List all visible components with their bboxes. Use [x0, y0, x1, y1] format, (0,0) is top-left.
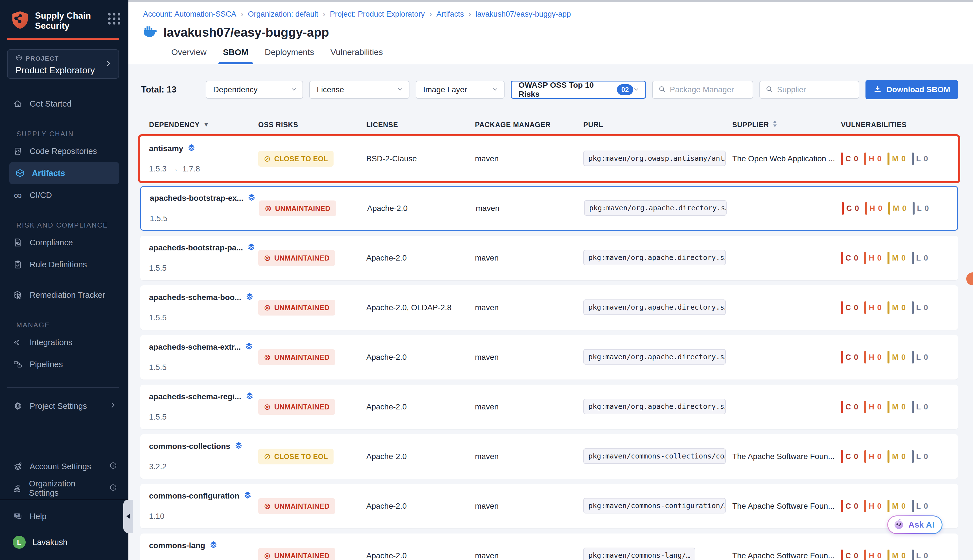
breadcrumb-project[interactable]: Project: Product Exploratory [330, 10, 425, 18]
svg-text:?: ? [16, 513, 18, 517]
sort-updown-icon[interactable] [772, 120, 777, 129]
breadcrumb-account[interactable]: Account: Automation-SSCA [143, 10, 236, 18]
vuln-segment-L: L0 [912, 550, 929, 560]
ask-ai-button[interactable]: Ask AI [887, 515, 943, 534]
vulnerability-counts: C0H0M0L0 [841, 351, 949, 363]
section-risk-and-compliance: RISK AND COMPLIANCE [0, 219, 129, 232]
info-icon[interactable] [109, 483, 117, 493]
oss-risk-badge: ⊗ UNMAINTAINED [258, 300, 335, 315]
dependency-name: apacheds-bootstrap-pa... [149, 243, 243, 252]
purl-chip[interactable]: pkg:maven/commons-configuration/… [583, 498, 726, 513]
table-row[interactable]: apacheds-bootstrap-pa... 1.5.5 ⊗ UNMAINT… [140, 236, 958, 280]
table-row[interactable]: commons-collections 3.2.2 ⊘ CLOSE TO EOL… [140, 434, 958, 479]
vuln-segment-M: M0 [888, 500, 906, 512]
sbom-content: Total: 13 Dependency License Image Layer [129, 64, 973, 560]
purl-chip[interactable]: pkg:maven/org.owasp.antisamy/ant… [583, 150, 726, 166]
table-row[interactable]: commons-configuration 1.10 ⊗ UNMAINTAINE… [140, 484, 958, 528]
table-row[interactable]: apacheds-bootstrap-ex... 1.5.5 ⊗ UNMAINT… [140, 186, 958, 231]
vuln-segment-C: C0 [842, 202, 859, 215]
package-manager-value: maven [476, 204, 500, 213]
sidebar-item-project-settings[interactable]: Project Settings [0, 395, 129, 417]
app-switcher-icon[interactable] [108, 13, 120, 25]
sidebar-item-code-repositories[interactable]: Code Repositories [0, 140, 129, 162]
owasp-risks-filter-dropdown[interactable]: OWASP OSS Top 10 Risks 02 [511, 81, 646, 99]
sidebar-item-artifacts[interactable]: Artifacts [9, 162, 119, 184]
vuln-segment-C: C0 [841, 401, 859, 413]
user-name: Lavakush [32, 538, 67, 547]
tab-overview[interactable]: Overview [171, 47, 207, 64]
vuln-segment-H: H0 [865, 202, 883, 215]
package-manager-value: maven [475, 303, 499, 312]
remediation-tracker-icon [13, 290, 23, 300]
package-manager-value: maven [475, 452, 499, 461]
tab-deployments[interactable]: Deployments [265, 47, 314, 64]
breadcrumb-artifacts[interactable]: Artifacts [436, 10, 464, 18]
project-selector[interactable]: PROJECT Product Exploratory [7, 49, 119, 79]
chevron-down-icon [291, 85, 297, 94]
vuln-segment-C: C0 [841, 302, 859, 314]
package-manager-search-input[interactable] [670, 85, 747, 94]
image-layer-filter-dropdown[interactable]: Image Layer [416, 81, 505, 99]
vuln-segment-H: H0 [864, 252, 882, 264]
table-row[interactable]: apacheds-schema-regi... 1.5.5 ⊗ UNMAINTA… [140, 385, 958, 429]
vulnerability-counts: C0H0M0L0 [841, 450, 949, 463]
sidebar-item-rule-definitions[interactable]: Rule Definitions [0, 253, 129, 275]
page-title: lavakush07/easy-buggy-app [164, 25, 329, 40]
sidebar-item-organization-settings[interactable]: Organization Settings [0, 477, 129, 499]
layers-icon [245, 342, 253, 352]
purl-chip[interactable]: pkg:maven/org.apache.directory.s… [584, 200, 727, 216]
sidebar-item-compliance[interactable]: Compliance [0, 232, 129, 253]
tab-vulnerabilities[interactable]: Vulnerabilities [331, 47, 383, 64]
info-icon[interactable] [109, 462, 117, 472]
dependency-filter-dropdown[interactable]: Dependency [206, 81, 303, 99]
sidebar-collapse-handle[interactable] [123, 500, 133, 533]
vuln-segment-C: C0 [841, 351, 859, 363]
package-manager-value: maven [475, 402, 499, 411]
dependency-name: commons-collections [149, 442, 230, 451]
tab-sbom[interactable]: SBOM [223, 47, 248, 64]
breadcrumb-current[interactable]: lavakush07/easy-buggy-app [475, 10, 571, 18]
organization-settings-icon [13, 484, 22, 493]
vulnerability-counts: C0H0M0L0 [841, 500, 949, 512]
sidebar-item-help[interactable]: ? Help [0, 505, 129, 527]
table-row[interactable]: apacheds-schema-boo... 1.5.5 ⊗ UNMAINTAI… [140, 285, 958, 330]
vuln-segment-L: L0 [912, 450, 929, 463]
table-row[interactable]: commons-lang ⊗ UNMAINTAINED Apache-2.0 m… [140, 533, 958, 560]
table-row[interactable]: antisamy 1.5.3→1.7.8 ⊘ CLOSE TO EOL BSD-… [140, 137, 958, 181]
dependency-name: apacheds-schema-extr... [149, 343, 241, 352]
sidebar-item-label: Remediation Tracker [30, 290, 105, 300]
purl-chip[interactable]: pkg:maven/org.apache.directory.s… [583, 250, 726, 265]
download-sbom-button[interactable]: Download SBOM [866, 80, 958, 99]
purl-chip[interactable]: pkg:maven/org.apache.directory.s… [583, 399, 726, 414]
purl-chip[interactable]: pkg:maven/commons-lang/… [583, 548, 695, 560]
sidebar-item-get-started[interactable]: Get Started [0, 93, 129, 115]
license-filter-dropdown[interactable]: License [309, 81, 410, 99]
owasp-filter-count-badge: 02 [617, 84, 634, 95]
dependency-version: 3.2.2 [149, 462, 258, 472]
sidebar-item-cicd[interactable]: ∞ CI/CD [0, 184, 129, 206]
project-label: PROJECT [26, 55, 59, 62]
supplier-value: The Apache Software Foun... [732, 452, 835, 461]
table-row[interactable]: apacheds-schema-extr... 1.5.5 ⊗ UNMAINTA… [140, 335, 958, 380]
breadcrumb-organization[interactable]: Organization: default [248, 10, 318, 18]
purl-chip[interactable]: pkg:maven/org.apache.directory.s… [583, 300, 726, 315]
vuln-segment-M: M0 [888, 401, 906, 413]
ask-ai-label: Ask AI [908, 520, 935, 530]
dependency-name: apacheds-bootstrap-ex... [150, 194, 243, 203]
sidebar-item-remediation-tracker[interactable]: Remediation Tracker [0, 284, 129, 306]
account-settings-icon [13, 462, 23, 471]
supplier-search-input[interactable] [777, 85, 853, 94]
risk-status-icon: ⊗ [264, 303, 271, 312]
sort-desc-icon[interactable]: ▼ [203, 121, 209, 128]
sidebar-item-account-settings[interactable]: Account Settings [0, 455, 129, 477]
rule-definitions-icon [13, 260, 23, 269]
purl-chip[interactable]: pkg:maven/commons-collections/co… [583, 448, 726, 464]
user-menu[interactable]: L Lavakush [0, 531, 129, 553]
section-manage: MANAGE [0, 319, 129, 331]
sidebar-item-pipelines[interactable]: Pipelines [0, 353, 129, 375]
supplier-value: The Apache Software Foun... [732, 502, 835, 510]
filter-toolbar: Total: 13 Dependency License Image Layer [141, 80, 958, 99]
sidebar-item-integrations[interactable]: Integrations [0, 331, 129, 353]
sidebar-item-label: Code Repositories [30, 147, 97, 156]
purl-chip[interactable]: pkg:maven/org.apache.directory.s… [583, 349, 726, 365]
